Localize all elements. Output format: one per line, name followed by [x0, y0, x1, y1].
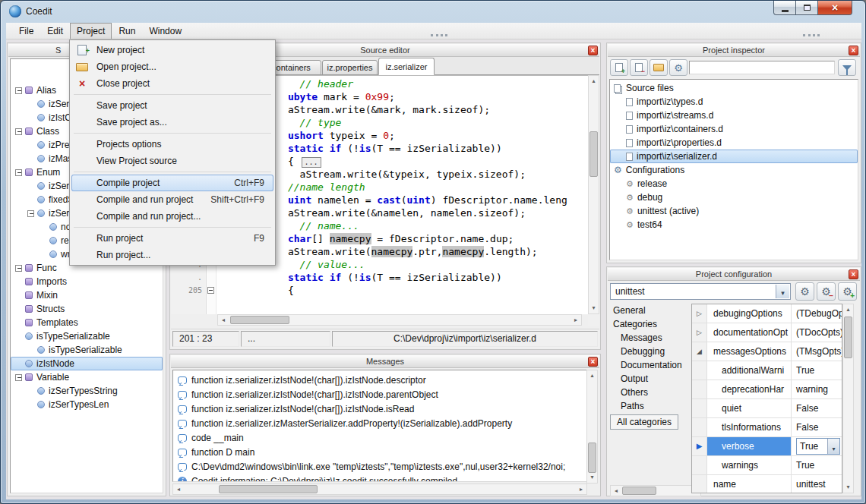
collapse-expander-icon[interactable]: [15, 169, 22, 176]
symbol-tree-item-izsertypesstring[interactable]: izSerTypesString: [11, 384, 163, 398]
scroll-down-icon[interactable]: [589, 303, 599, 313]
editor-hscrollbar[interactable]: [217, 314, 582, 326]
inspector-filter-input[interactable]: [689, 61, 835, 74]
menubar-item-run[interactable]: Run: [112, 23, 142, 39]
category-item-output[interactable]: Output: [610, 372, 689, 386]
scroll-left-icon[interactable]: [173, 484, 184, 494]
category-item-general[interactable]: General: [610, 304, 689, 317]
maximize-button[interactable]: [796, 1, 818, 15]
collapse-expander-icon[interactable]: [15, 87, 22, 94]
scroll-left-icon[interactable]: [218, 315, 229, 325]
project-configuration-close-button[interactable]: [849, 269, 858, 279]
message-row[interactable]: function iz.serializer.izIstNode!(char[]…: [173, 387, 597, 402]
editor-tab-iz-serializer[interactable]: iz.serializer: [378, 58, 435, 75]
source-editor-close-button[interactable]: [588, 46, 598, 55]
menubar-item-edit[interactable]: Edit: [40, 23, 70, 39]
project-inspector-close-button[interactable]: [849, 46, 858, 55]
message-row[interactable]: C:\Dev\dmd2\windows\bin\link.exe "temp\i…: [173, 459, 597, 474]
symbol-tree-item-istypeserializable[interactable]: isTypeSerializable: [11, 343, 163, 357]
menubar-item-file[interactable]: File: [12, 23, 40, 39]
fold-collapse-icon[interactable]: [207, 287, 214, 294]
property-row-tlsinformations[interactable]: tlsInformationsFalse: [692, 418, 842, 437]
editor-vscrollbar[interactable]: [588, 75, 599, 314]
add-source-button[interactable]: [610, 59, 628, 76]
symbol-tree-item-imports[interactable]: Imports: [11, 275, 163, 288]
messages-close-button[interactable]: [588, 357, 598, 367]
message-row[interactable]: code __main: [173, 430, 597, 445]
sync-configuration-button[interactable]: [795, 282, 814, 301]
scroll-right-icon[interactable]: [570, 315, 581, 325]
inspector-item-unittest-active[interactable]: unittest (active): [610, 204, 858, 218]
symbol-tree-item-izsertypeslen[interactable]: izSerTypesLen: [11, 398, 163, 411]
menu-item-compile-and-run-project[interactable]: Compile and run project...: [71, 208, 273, 225]
expand-icon[interactable]: [692, 323, 707, 342]
value-combobox[interactable]: True: [796, 438, 840, 455]
dropdown-arrow-icon[interactable]: [827, 439, 839, 454]
open-folder-button[interactable]: [650, 59, 668, 76]
categories-hscrollbar[interactable]: [610, 485, 701, 496]
property-row-debugingoptions[interactable]: debugingOptions(TDebugOp: [692, 304, 842, 323]
inspector-item-import-iz-containers-d[interactable]: import\iz\containers.d: [610, 122, 858, 136]
collapse-expander-icon[interactable]: [27, 210, 34, 217]
symbol-tree-item-templates[interactable]: Templates: [11, 316, 163, 329]
scroll-up-icon[interactable]: [587, 370, 597, 381]
menu-item-compile-project[interactable]: Compile projectCtrl+F9: [71, 175, 273, 191]
remove-configuration-button[interactable]: [817, 282, 836, 301]
menu-item-save-project-as[interactable]: Save project as...: [71, 114, 273, 131]
message-row[interactable]: function iz.serializer.izIstNode!(char[]…: [173, 373, 597, 387]
code-line[interactable]: 205 {: [171, 284, 587, 297]
symbol-tree-item-variable[interactable]: Variable: [11, 370, 163, 384]
inspector-item-import-iz-properties-d[interactable]: import\iz\properties.d: [610, 136, 858, 150]
scroll-up-icon[interactable]: [589, 76, 599, 87]
menubar-item-window[interactable]: Window: [142, 23, 188, 39]
close-button[interactable]: [818, 1, 852, 15]
message-row[interactable]: function iz.serializer.izMasterSerialize…: [173, 416, 597, 430]
editor-hscrollbar-thumb[interactable]: [230, 316, 289, 324]
project-options-button[interactable]: [669, 59, 687, 76]
property-row-quiet[interactable]: quietFalse: [692, 399, 842, 418]
symbol-tree-item-mixin[interactable]: Mixin: [11, 288, 163, 302]
messages-hscrollbar-thumb[interactable]: [219, 485, 318, 493]
property-row-messagesoptions[interactable]: messagesOptions(TMsgOpts): [692, 342, 842, 361]
menu-item-compile-and-run-project[interactable]: Compile and run projectShift+Ctrl+F9: [71, 191, 273, 208]
menu-item-close-project[interactable]: Close project: [71, 75, 273, 92]
menu-item-run-project[interactable]: Run projectF9: [71, 230, 273, 247]
inspector-item-test64[interactable]: test64: [610, 218, 858, 232]
scroll-right-icon[interactable]: [576, 484, 586, 494]
messages-hscrollbar[interactable]: [172, 484, 587, 495]
menubar-item-project[interactable]: Project: [70, 23, 112, 39]
collapse-expander-icon[interactable]: [15, 265, 22, 272]
category-item-messages[interactable]: Messages: [610, 331, 689, 345]
message-row[interactable]: Coedit information: C:\Dev\dproj\iz\Iz.c…: [173, 474, 597, 482]
categories-hscrollbar-thumb[interactable]: [622, 487, 656, 495]
inspector-item-configurations[interactable]: Configurations: [610, 163, 858, 177]
property-row-documentationopt[interactable]: documentationOpt(TDocOpts): [692, 323, 842, 342]
message-row[interactable]: function D main: [173, 445, 597, 459]
property-row-deprecationhar[interactable]: deprecationHarwarning: [692, 380, 842, 399]
all-categories-item[interactable]: All categories: [610, 414, 678, 430]
menu-item-view-project-source[interactable]: View Project source: [71, 153, 273, 169]
inspector-item-import-iz-streams-d[interactable]: import\iz\streams.d: [610, 109, 858, 122]
messages-vscrollbar-thumb[interactable]: [588, 443, 596, 473]
symbol-tree-item-izistnode[interactable]: izIstNode: [11, 357, 163, 370]
filter-button[interactable]: [838, 59, 856, 76]
scroll-left-icon[interactable]: [611, 486, 621, 496]
property-row-warnings[interactable]: warningsTrue: [692, 456, 842, 475]
category-item-paths[interactable]: Paths: [610, 399, 689, 413]
titlebar[interactable]: Coedit: [1, 1, 865, 23]
symbol-tree-item-structs[interactable]: Structs: [11, 302, 163, 316]
inspector-item-import-iz-serializer-d[interactable]: import\iz\serializer.d: [610, 150, 858, 163]
inspector-item-debug[interactable]: debug: [610, 191, 858, 204]
grid-vscrollbar[interactable]: [842, 304, 854, 493]
dropdown-arrow-icon[interactable]: [776, 285, 789, 298]
code-line[interactable]: . static if (!is(T == izSerializable)): [171, 271, 587, 284]
menu-item-open-project[interactable]: Open project...: [71, 58, 273, 75]
dock-splitter-grip[interactable]: [803, 34, 820, 36]
symbol-tree-item-istypeserializable[interactable]: isTypeSerializable: [11, 329, 163, 343]
inspector-item-release[interactable]: release: [610, 177, 858, 191]
collapse-icon[interactable]: [692, 342, 707, 361]
menu-item-save-project[interactable]: Save project: [71, 97, 273, 114]
menu-item-new-project[interactable]: New project: [71, 42, 273, 58]
editor-vscrollbar-thumb[interactable]: [589, 131, 598, 177]
collapse-expander-icon[interactable]: [15, 128, 22, 135]
